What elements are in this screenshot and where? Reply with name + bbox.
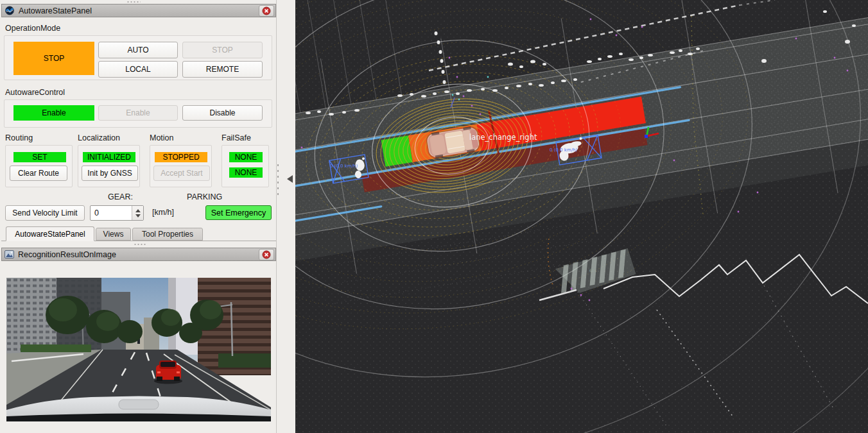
clear-route-button[interactable]: Clear Route (10, 166, 67, 181)
current-mode-indicator[interactable]: STOP (13, 42, 94, 75)
dock-splitter-handle-mid[interactable] (134, 243, 146, 246)
velocity-unit-label: [km/h] (152, 208, 174, 217)
spinbox-arrows[interactable] (132, 206, 143, 220)
localization-state-badge: INITIALIZED (83, 152, 135, 162)
init-by-gnss-button[interactable]: Init by GNSS (82, 166, 138, 181)
close-icon (262, 250, 271, 259)
rviz-3d-view[interactable]: 601 (295, 0, 868, 433)
failsafe-label: FailSafe (221, 133, 251, 142)
object-rear-velocity-label: 0 (0.0 km/h) (330, 164, 358, 169)
state-panel-titlebar[interactable]: AutowareStatePanel (1, 4, 276, 17)
control-disable-button[interactable]: Disable (182, 105, 263, 121)
local-mode-button[interactable]: LOCAL (98, 61, 178, 78)
autoware-logo-icon (4, 6, 15, 16)
recognition-panel-close-button[interactable] (259, 249, 274, 260)
velocity-limit-spinbox[interactable]: 0 (90, 205, 144, 221)
motion-state-badge: STOPPED (155, 152, 207, 162)
operation-mode-label: OperationMode (5, 24, 60, 33)
send-velocity-limit-button[interactable]: Send Velocity Limit (5, 205, 85, 221)
set-emergency-button[interactable]: Set Emergency (205, 205, 272, 220)
velocity-limit-value[interactable]: 0 (91, 208, 132, 217)
dock-splitter-handle-top[interactable] (126, 1, 141, 3)
close-icon (262, 6, 271, 15)
remote-mode-button[interactable]: REMOTE (182, 61, 263, 78)
image-icon (4, 250, 14, 259)
recognition-panel-title: RecognitionResultOnImage (18, 250, 116, 259)
collapse-arrow-icon[interactable] (287, 175, 293, 183)
state-panel-close-button[interactable] (259, 5, 274, 17)
accept-start-button: Accept Start (153, 166, 210, 181)
localization-label: Localization (78, 133, 120, 142)
failsafe-group (221, 145, 269, 187)
control-enable-indicator[interactable]: Enable (13, 105, 94, 121)
view-splitter-handle[interactable] (277, 162, 279, 196)
recognition-panel-titlebar[interactable]: RecognitionResultOnImage (1, 248, 276, 261)
failsafe-state-badge-2: NONE (229, 167, 263, 178)
tab-views[interactable]: Views (96, 228, 131, 241)
failsafe-state-badge-1: NONE (229, 152, 263, 162)
spin-down-icon[interactable] (135, 214, 141, 217)
routing-state-badge: SET (13, 152, 66, 162)
state-panel-title: AutowareStatePanel (19, 6, 92, 15)
tab-autoware-state-panel[interactable]: AutowareStatePanel (6, 226, 94, 241)
behavior-state-label: lane_change_right (469, 133, 537, 142)
dock-edge (276, 0, 277, 433)
motion-label: Motion (150, 133, 174, 142)
control-enable-button: Enable (98, 105, 178, 121)
object-front-velocity-label: 0 (0.0 km/h) (550, 148, 577, 153)
tab-tool-properties[interactable]: Tool Properties (132, 228, 203, 241)
camera-image (6, 278, 271, 421)
lanelet-id-label: 601 (589, 268, 597, 273)
auto-mode-button[interactable]: AUTO (98, 42, 178, 58)
gear-value: PARKING (187, 192, 222, 201)
stop-mode-button: STOP (182, 42, 263, 58)
autoware-control-label: AutowareControl (5, 88, 65, 97)
gear-label: GEAR: (108, 192, 133, 201)
spin-up-icon[interactable] (135, 209, 141, 212)
routing-label: Routing (5, 133, 33, 142)
